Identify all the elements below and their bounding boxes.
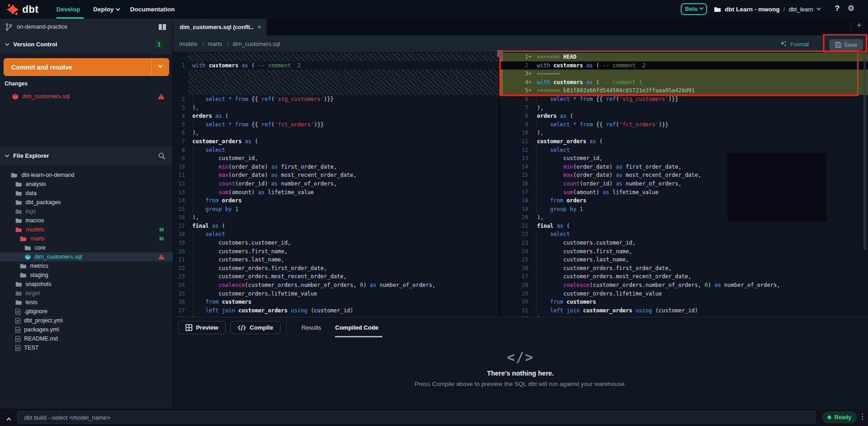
- empty-state-subtitle: Press Compile above to preview the SQL d…: [173, 381, 868, 387]
- code-line: 26 customer_orders.first_order_date,: [501, 264, 868, 273]
- tree-item-tests[interactable]: tests: [0, 298, 173, 307]
- tree-item-macros[interactable]: macros: [0, 216, 173, 225]
- beta-dropdown[interactable]: Beta: [681, 3, 707, 15]
- tree-item-label: models: [26, 226, 44, 233]
- tree-item-dbt-packages[interactable]: dbt_packages: [0, 198, 173, 207]
- code-line: 30 from customers: [501, 298, 868, 306]
- code-line: 11 max(order_date) as most_recent_order_…: [173, 171, 499, 180]
- tree-item-label: metrics: [30, 263, 48, 269]
- code-line-content: customers.first_name,: [532, 247, 868, 256]
- line-number: 10: [501, 129, 532, 137]
- tab-dim-customers[interactable]: dim_customers.sql (confli... ×: [173, 19, 266, 35]
- file-explorer-header[interactable]: File Explorer: [0, 146, 173, 165]
- line-number: [173, 78, 188, 87]
- code-line-content: coalesce(customer_orders.number_of_order…: [188, 281, 499, 290]
- tab-label: dim_customers.sql (confli...: [180, 24, 254, 30]
- tree-item-label: dbt_project.yml: [24, 317, 63, 324]
- tree-item-label: dbt-learn-on-demand: [21, 172, 75, 178]
- empty-state: </> There's nothing here. Press Compile …: [173, 337, 868, 387]
- version-control-header[interactable]: Version Control 1: [0, 35, 172, 54]
- code-line-content: customer_orders.first_order_date,: [532, 264, 868, 273]
- code-line: 11 customer_orders as (: [501, 137, 868, 146]
- code-line: 26 from customers: [173, 298, 499, 306]
- kebab-menu-icon[interactable]: ⋮: [858, 412, 866, 421]
- chevron-up-icon[interactable]: [7, 415, 10, 423]
- tab-close-icon[interactable]: ×: [257, 24, 261, 30]
- grid-icon: [186, 324, 192, 331]
- code-line-content: orders as (: [188, 112, 499, 120]
- code-line-content: left join customer_orders using (custome…: [188, 306, 499, 315]
- help-icon[interactable]: ?: [835, 4, 839, 13]
- tree-item-data[interactable]: data: [0, 189, 173, 198]
- new-tab-plus-icon[interactable]: +: [857, 20, 862, 30]
- preview-button[interactable]: Preview: [178, 321, 226, 334]
- changed-file-row[interactable]: dim_customers.sql: [0, 91, 173, 101]
- line-number: 31: [501, 306, 532, 315]
- editor-scrollbar[interactable]: [863, 55, 866, 250]
- nav-develop[interactable]: Develop: [56, 0, 80, 19]
- tree-item-label: macros: [25, 217, 44, 224]
- chevron-down-icon: [699, 5, 703, 10]
- folder-open-icon: [15, 227, 22, 232]
- commit-and-resolve-button[interactable]: Commit and resolve: [4, 58, 169, 76]
- changes-label: Changes: [5, 80, 28, 87]
- folder-open-icon: [20, 236, 27, 241]
- tree-item-analysis[interactable]: analysis: [0, 180, 173, 189]
- code-line: 4 orders as (: [173, 112, 499, 120]
- commit-dropdown-chevron[interactable]: [151, 59, 169, 75]
- diff-filler-row: [173, 86, 499, 95]
- tree-item-readme-md[interactable]: README.md: [0, 334, 173, 343]
- tree-item-core[interactable]: core: [0, 243, 173, 252]
- tree-item--gitignore[interactable]: .gitignore: [0, 307, 173, 316]
- line-number: 8: [501, 112, 532, 120]
- tree-item-models[interactable]: modelsM: [0, 225, 173, 234]
- code-line: 9 customer_id,: [173, 154, 499, 163]
- dark-overlay: [728, 153, 826, 221]
- format-button[interactable]: Format: [780, 35, 809, 53]
- code-line: 21 customers.last_name,: [173, 256, 499, 264]
- tree-item-dim-customers-sql[interactable]: dim_customers.sql: [0, 252, 173, 261]
- line-number: 4: [173, 112, 188, 120]
- tree-item-snapshots[interactable]: snapshots: [0, 280, 173, 289]
- dbt-logo[interactable]: dbt: [0, 3, 50, 16]
- code-line: 12 count(order_id) as number_of_orders,: [173, 180, 499, 188]
- tree-item-packages-yml[interactable]: packages.yml: [0, 325, 173, 334]
- breadcrumb-file[interactable]: dim_customers.sql: [233, 41, 280, 47]
- tree-item-dbt-learn-on-demand[interactable]: dbt-learn-on-demand: [0, 170, 173, 180]
- tree-item-test[interactable]: TEST: [0, 343, 173, 352]
- code-line-content: customers.customer_id,: [188, 239, 499, 247]
- tree-item-logs[interactable]: logs: [0, 207, 173, 216]
- nav-deploy[interactable]: Deploy: [93, 0, 120, 19]
- sparkle-icon: [780, 40, 787, 48]
- diff-left-pane[interactable]: 1 with customers as ( -- comment 22 sele…: [173, 53, 500, 317]
- breadcrumb-marts[interactable]: marts: [208, 41, 222, 47]
- save-button[interactable]: Save: [829, 39, 863, 50]
- code-line-content: with customers as ( -- comment 1: [532, 78, 868, 87]
- diff-sash-handle[interactable]: [497, 50, 503, 57]
- project-name: dbt Learn - mwong: [725, 6, 780, 13]
- project-switcher[interactable]: dbt Learn - mwong / dbt_learn: [714, 0, 820, 19]
- nav-documentation[interactable]: Documentation: [130, 0, 175, 19]
- tree-item-label: core: [35, 245, 45, 251]
- branch-name[interactable]: on-demand-practice: [17, 24, 67, 30]
- command-input[interactable]: [17, 411, 816, 424]
- code-line: 7 customer_orders as (: [173, 137, 499, 146]
- tree-item-marts[interactable]: martsM: [0, 234, 173, 243]
- search-icon[interactable]: [158, 152, 166, 160]
- breadcrumb-models[interactable]: models: [179, 41, 197, 47]
- tab-results[interactable]: Results: [301, 317, 321, 338]
- compile-button[interactable]: Compile: [231, 321, 281, 334]
- code-line-content: select: [532, 230, 868, 239]
- settings-gear-icon[interactable]: ⚙: [848, 4, 854, 13]
- tab-compiled-code[interactable]: Compiled Code: [335, 317, 378, 338]
- brand-text: dbt: [22, 4, 39, 15]
- panel-divider: [286, 317, 287, 338]
- code-line-content: customer_id,: [188, 154, 499, 163]
- tree-item-staging[interactable]: staging: [0, 271, 173, 280]
- tree-item-target[interactable]: target: [0, 289, 173, 298]
- tree-item-dbt-project-yml[interactable]: dbt_project.yml: [0, 316, 173, 325]
- tree-item-metrics[interactable]: metrics: [0, 261, 173, 271]
- docs-book-icon[interactable]: [158, 24, 166, 30]
- file-icon: [15, 327, 20, 333]
- line-number: 17: [501, 188, 532, 197]
